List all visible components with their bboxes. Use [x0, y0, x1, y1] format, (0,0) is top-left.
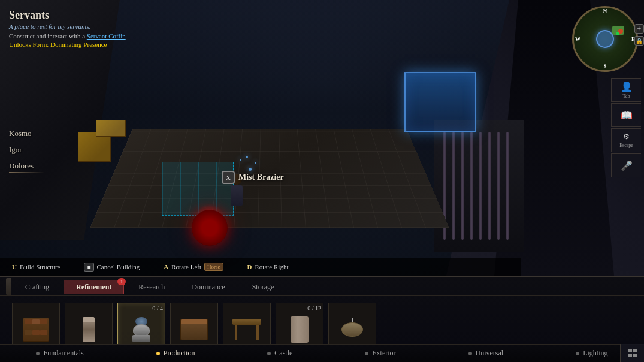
side-btn-escape[interactable]: ⚙ Escape: [611, 128, 641, 152]
pillar-icon: [285, 315, 315, 345]
refinement-badge: 1: [117, 278, 126, 285]
servant-name-1: Igor: [9, 145, 45, 156]
workbench-icon: [179, 315, 209, 345]
minimap-zoom-in[interactable]: +: [634, 24, 644, 34]
bottom-panel: Crafting Refinement 1 Research Dominance…: [0, 276, 644, 362]
mist-brazier-icon: [126, 315, 156, 345]
mist-brazier-count: 0 / 4: [152, 305, 163, 312]
side-icons: 👤 Tab 📖 ⚙ Escape 🎤: [611, 78, 644, 177]
chandelier-icon: [337, 315, 367, 345]
action-cancel[interactable]: ■ Cancel Building: [84, 263, 140, 272]
iron-gate: [434, 120, 524, 252]
cancel-label: Cancel Building: [97, 263, 140, 270]
minimap-circle: N S E W: [572, 6, 638, 72]
side-btn-journal[interactable]: 📖: [611, 103, 641, 127]
bottom-nav: Fundamentals Production Castle Exterior …: [0, 344, 644, 362]
action-rotate-right: D Rotate Right: [247, 263, 289, 270]
compass-w: W: [575, 36, 580, 42]
grid-icon: [628, 349, 637, 357]
table-icon: [232, 315, 262, 345]
bookcase-icon: [21, 315, 51, 345]
nav-fundamentals[interactable]: Fundamentals: [29, 346, 90, 360]
crates-area: [72, 120, 132, 168]
hud-topleft: Servants A place to rest for my servants…: [9, 9, 126, 48]
tab-crafting[interactable]: Crafting: [13, 280, 62, 294]
brazier-interact-button[interactable]: X: [222, 171, 235, 184]
portal-gate: [404, 72, 476, 132]
nav-production[interactable]: Production: [149, 346, 202, 360]
minimap: N S E W + 🔒: [569, 6, 641, 78]
servant-list: Kosmo Igor Dolores: [9, 129, 45, 177]
nav-castle[interactable]: Castle: [260, 346, 300, 360]
production-dot: [156, 352, 160, 355]
castle-dot: [267, 352, 271, 355]
tab-refinement[interactable]: Refinement 1: [64, 280, 124, 294]
side-btn-mic[interactable]: 🎤: [611, 153, 641, 177]
cancel-key: ■: [84, 263, 93, 272]
action-bar: U Build Structure ■ Cancel Building A Ro…: [0, 258, 521, 276]
game-viewport: Servants A place to rest for my servants…: [0, 0, 644, 276]
servant-name-0: Kosmo: [9, 129, 45, 140]
rotate-right-key: D: [247, 263, 252, 270]
settings-button[interactable]: [620, 344, 644, 362]
room-instruction: Construct and interact with a Servant Co…: [9, 32, 126, 40]
universal-dot: [468, 352, 472, 355]
horse-badge: Horse: [204, 263, 223, 271]
build-label: Build Structure: [20, 263, 61, 270]
servant-name-2: Dolores: [9, 161, 45, 173]
nav-lighting[interactable]: Lighting: [569, 346, 615, 360]
tab-research[interactable]: Research: [126, 280, 177, 294]
production-label: Production: [164, 349, 195, 358]
tab-bar: Crafting Refinement 1 Research Dominance…: [0, 277, 644, 296]
brazier-tooltip: X Mist Brazier: [222, 171, 284, 184]
tab-storage[interactable]: Storage: [240, 280, 287, 294]
rotate-right-label: Rotate Right: [255, 263, 289, 270]
nav-universal[interactable]: Universal: [461, 346, 511, 360]
rotate-left-key: A: [164, 263, 168, 270]
lighting-dot: [576, 352, 579, 355]
unlock-text: Unlocks Form: Dominating Presence: [9, 41, 126, 48]
room-subtitle: A place to rest for my servants.: [9, 23, 126, 30]
fundamentals-label: Fundamentals: [43, 349, 83, 358]
compass-s: S: [603, 63, 606, 69]
build-key: U: [12, 263, 17, 270]
fundamentals-dot: [36, 352, 40, 355]
exterior-label: Exterior: [372, 349, 395, 358]
nav-exterior[interactable]: Exterior: [358, 346, 403, 360]
action-build: U Build Structure: [12, 263, 60, 270]
servant-coffin-link[interactable]: Servant Coffin: [87, 32, 126, 40]
universal-label: Universal: [476, 349, 504, 358]
rotate-left-label: Rotate Left: [171, 263, 201, 270]
tab-dominance[interactable]: Dominance: [179, 280, 237, 294]
side-btn-tab[interactable]: 👤 Tab: [611, 78, 641, 102]
brazier-object[interactable]: [186, 198, 234, 246]
room-title: Servants: [9, 9, 126, 22]
lighting-label: Lighting: [583, 349, 607, 358]
action-rotate-left: A Rotate Left Horse: [164, 263, 223, 271]
minimap-center: [596, 30, 614, 48]
column-icon: [74, 315, 104, 345]
minimap-lock[interactable]: 🔒: [634, 36, 644, 46]
castle-label: Castle: [274, 349, 292, 358]
compass-n: N: [603, 8, 607, 14]
exterior-dot: [365, 352, 368, 355]
brazier-tooltip-label: Mist Brazier: [238, 173, 284, 182]
pillar-count: 0 / 12: [307, 305, 321, 312]
